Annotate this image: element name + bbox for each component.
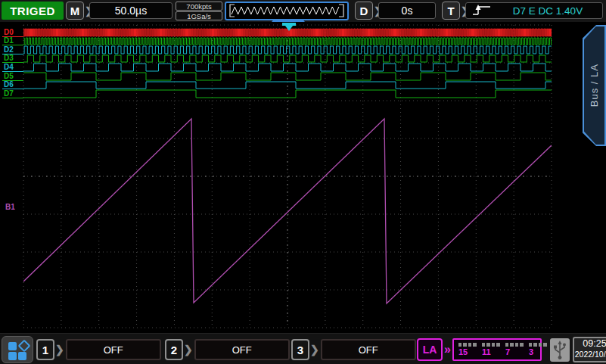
channel-label-d1[interactable]: D1 xyxy=(2,36,23,45)
channel-1-state[interactable]: OFF xyxy=(66,339,161,360)
channel-label-d7[interactable]: D7 xyxy=(2,89,23,98)
channel-1-badge: 1 xyxy=(36,339,54,360)
trigger-source-value: D7 E DC 1.40V xyxy=(493,5,602,17)
time-value: 09:25 xyxy=(574,338,606,350)
memory-depth: 700kpts xyxy=(176,2,222,11)
logic-analyzer-indicator[interactable]: LA » 15 11 7 3 xyxy=(417,338,542,362)
channel-2-state[interactable]: OFF xyxy=(194,339,290,360)
square-icon xyxy=(8,352,17,360)
status-bar: TRIGED M ❯ 50.0µs 700kpts 1GSa/s D ❯ 0s … xyxy=(0,0,606,22)
chevron-right-icon: ❯ xyxy=(55,344,64,356)
clock: 09:25 2022/10/20 xyxy=(573,337,606,362)
sample-rate: 1GSa/s xyxy=(176,11,222,20)
date-value: 2022/10/20 xyxy=(574,350,606,359)
digital-wave-d6 xyxy=(23,82,552,89)
waveform-preview[interactable] xyxy=(225,2,349,20)
la-bit-group: 7 xyxy=(505,343,524,358)
rising-edge-icon xyxy=(471,4,493,17)
square-icon xyxy=(18,352,26,360)
timebase-letter: M xyxy=(66,2,84,20)
double-chevron-icon: » xyxy=(444,343,451,356)
square-icon xyxy=(8,342,17,350)
la-bit-group: 3 xyxy=(529,343,547,358)
waveform-display xyxy=(0,0,606,364)
la-bit-status: 15 11 7 3 xyxy=(452,338,542,361)
preview-window-handle[interactable] xyxy=(272,19,305,22)
bottom-menu-bar: 1 ❯ OFF 2 ❯ OFF 3 ❯ OFF LA » 15 1 xyxy=(0,333,606,364)
la-bit-group: 15 xyxy=(458,343,477,358)
delay-value[interactable]: 0s xyxy=(378,2,436,19)
la-bit-label: 11 xyxy=(482,348,500,356)
bus1-label[interactable]: B1 xyxy=(5,203,15,211)
la-badge: LA xyxy=(417,338,443,361)
la-bit-label: 3 xyxy=(529,348,547,356)
channel-3-menu[interactable]: 3 ❯ OFF xyxy=(291,338,416,361)
la-bit-label: 7 xyxy=(505,348,524,356)
la-bit-label: 15 xyxy=(458,348,477,356)
chevron-right-icon: ❯ xyxy=(184,344,193,356)
channel-2-menu[interactable]: 2 ❯ OFF xyxy=(165,338,290,361)
digital-wave-d1 xyxy=(23,38,552,45)
channel-3-badge: 3 xyxy=(291,339,309,360)
preview-waveform-icon xyxy=(226,3,347,19)
trigger-letter: T xyxy=(442,2,460,20)
channel-3-state[interactable]: OFF xyxy=(321,339,416,360)
channel-label-d3[interactable]: D3 xyxy=(2,54,23,63)
bus-la-tab-label: Bus / LA xyxy=(589,64,600,107)
timebase-value[interactable]: 50.0µs xyxy=(89,2,172,19)
channel-label-d4[interactable]: D4 xyxy=(2,63,23,72)
la-bit-group: 11 xyxy=(482,343,500,358)
trigger-position-arrow-icon xyxy=(285,26,293,31)
trigger-info[interactable]: D7 E DC 1.40V xyxy=(465,2,603,19)
bus-la-menu-tab[interactable]: Bus / LA xyxy=(583,25,606,146)
delay-letter: D xyxy=(355,2,373,20)
bus-la-tab-face: Bus / LA xyxy=(584,26,604,145)
channel-label-d6[interactable]: D6 xyxy=(2,80,23,89)
menu-button[interactable] xyxy=(2,336,33,363)
digital-wave-d2 xyxy=(23,46,552,54)
channel-1-menu[interactable]: 1 ❯ OFF xyxy=(36,338,161,361)
chevron-right-icon: ❯ xyxy=(310,344,319,356)
channel-2-badge: 2 xyxy=(165,339,183,360)
oscilloscope-screen: D0D1D2D3D4D5D6D7 B1 Bus / LA TRIGED M ❯ … xyxy=(0,0,606,364)
trigger-status-badge: TRIGED xyxy=(2,2,64,20)
diamond-icon xyxy=(18,340,31,353)
usb-device-icon xyxy=(550,338,570,362)
